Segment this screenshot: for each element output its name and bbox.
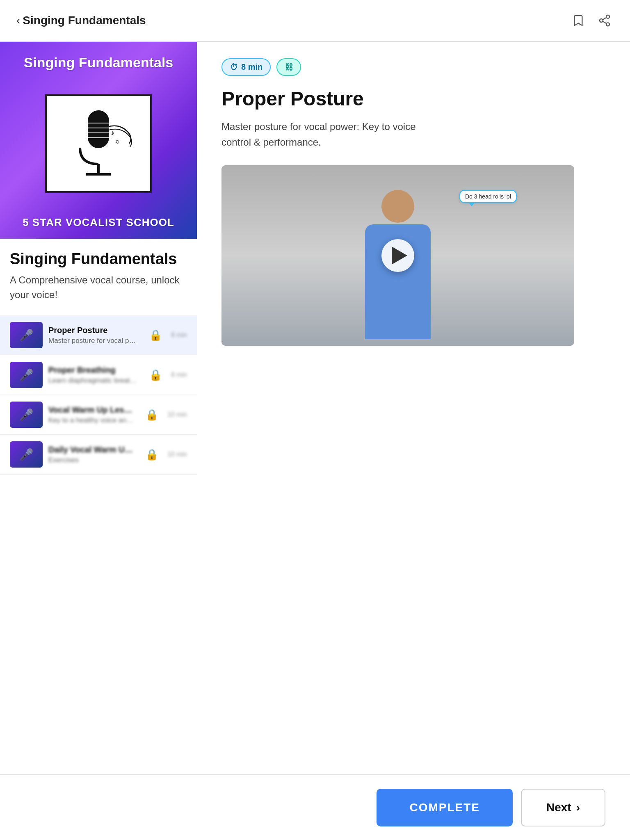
link-icon: ⛓ [285, 62, 293, 72]
header: ‹ Singing Fundamentals [0, 0, 630, 42]
back-button[interactable]: ‹ Singing Fundamentals [16, 14, 146, 27]
lesson-info: Vocal Warm Up Lesson Key to a healthy vo… [48, 405, 136, 425]
thumb-mic-icon: 🎤 [19, 368, 34, 382]
play-button[interactable] [381, 239, 414, 272]
lesson-thumbnail: 🎤 [10, 362, 43, 388]
cover-school: 5 STAR VOCALIST SCHOOL [23, 216, 174, 229]
lesson-thumbnail: 🎤 [10, 441, 43, 468]
lesson-list: 🎤 Proper Posture Master posture for voca… [0, 315, 197, 475]
course-cover: Singing Fundamentals [0, 42, 197, 239]
svg-text:♫: ♫ [115, 138, 119, 145]
lesson-description: Master posture for vocal power: Key to v… [221, 119, 605, 151]
mic-illustration: ♪ ♫ [45, 94, 152, 193]
lesson-title: Proper Breathing [48, 365, 140, 375]
list-item[interactable]: 🎤 Daily Vocal Warm Up Exercises Exercise… [0, 435, 197, 475]
lesson-desc: Exercises [48, 456, 136, 464]
bottom-bar: COMPLETE Next › [0, 774, 630, 840]
thumb-mic-icon: 🎤 [19, 408, 34, 422]
header-icons [569, 11, 614, 30]
lesson-duration: 8 min [171, 371, 187, 379]
lesson-desc: Master posture for vocal power, Key to v… [48, 337, 140, 345]
back-arrow-icon: ‹ [16, 14, 20, 27]
lesson-info: Proper Posture Master posture for vocal … [48, 326, 140, 345]
svg-point-0 [606, 15, 609, 18]
video-player[interactable]: Do 3 head rolls lol [221, 165, 574, 346]
clock-icon: ⏱ [230, 62, 238, 72]
badges-row: ⏱ 8 min ⛓ [221, 58, 605, 76]
course-description: A Comprehensive vocal course, unlock you… [10, 273, 187, 302]
left-panel: Singing Fundamentals [0, 42, 197, 767]
lock-icon: 🔒 [145, 409, 158, 421]
lesson-thumbnail: 🎤 [10, 402, 43, 428]
right-panel: ⏱ 8 min ⛓ Proper Posture Master posture … [197, 42, 630, 767]
microphone-icon: ♪ ♫ [57, 103, 139, 185]
lesson-heading: Proper Posture [221, 87, 605, 110]
lesson-title: Proper Posture [48, 326, 140, 335]
lesson-title: Vocal Warm Up Lesson [48, 405, 136, 415]
lesson-desc: Learn diaphragmatic breathing for vocal.… [48, 377, 140, 385]
lesson-duration: 8 min [171, 331, 187, 339]
lock-icon: 🔒 [149, 329, 162, 342]
lesson-desc: Key to a healthy voice and mastering... [48, 416, 136, 425]
svg-text:♪: ♪ [111, 129, 114, 137]
svg-line-3 [603, 21, 606, 23]
person-head [381, 190, 414, 223]
course-name: Singing Fundamentals [10, 250, 187, 268]
lock-icon: 🔒 [149, 369, 162, 381]
svg-rect-5 [88, 111, 109, 148]
speech-bubble: Do 3 head rolls lol [459, 190, 517, 203]
list-item[interactable]: 🎤 Proper Posture Master posture for voca… [0, 315, 197, 355]
play-icon [392, 247, 407, 265]
cover-title: Singing Fundamentals [24, 54, 173, 71]
complete-button[interactable]: COMPLETE [377, 789, 513, 826]
thumb-mic-icon: 🎤 [19, 448, 34, 461]
next-button[interactable]: Next › [521, 789, 605, 826]
svg-point-2 [606, 23, 609, 26]
next-label: Next [546, 801, 571, 814]
lesson-duration: 10 min [167, 451, 187, 458]
course-info: Singing Fundamentals A Comprehensive voc… [0, 239, 197, 302]
share-button[interactable] [596, 11, 614, 30]
header-left: ‹ Singing Fundamentals [16, 14, 146, 27]
next-chevron-icon: › [576, 801, 580, 814]
lesson-title: Daily Vocal Warm Up Exercises [48, 445, 136, 454]
cover-mic-area: ♪ ♫ [45, 71, 152, 216]
lesson-info: Daily Vocal Warm Up Exercises Exercises [48, 445, 136, 464]
duration-value: 8 min [241, 62, 262, 72]
lesson-thumbnail: 🎤 [10, 322, 43, 348]
svg-line-4 [603, 18, 606, 20]
header-title: Singing Fundamentals [23, 14, 146, 27]
lesson-info: Proper Breathing Learn diaphragmatic bre… [48, 365, 140, 385]
svg-point-1 [600, 19, 603, 22]
duration-badge: ⏱ 8 min [221, 58, 271, 76]
thumb-mic-icon: 🎤 [19, 329, 34, 342]
lock-icon: 🔒 [145, 448, 158, 461]
main-content: Singing Fundamentals [0, 42, 630, 767]
lesson-duration: 10 min [167, 411, 187, 418]
list-item[interactable]: 🎤 Vocal Warm Up Lesson Key to a healthy … [0, 395, 197, 435]
speech-bubble-text: Do 3 head rolls lol [465, 193, 511, 200]
link-badge[interactable]: ⛓ [276, 58, 301, 76]
bookmark-button[interactable] [569, 11, 587, 30]
list-item[interactable]: 🎤 Proper Breathing Learn diaphragmatic b… [0, 355, 197, 395]
